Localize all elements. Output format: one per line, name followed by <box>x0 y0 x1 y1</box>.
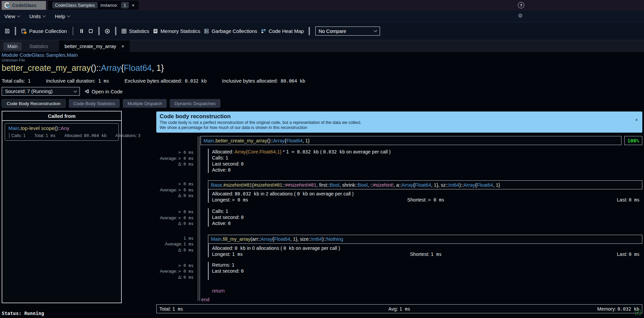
subtab-code-body-reconstruction[interactable]: Code Body Reconstruction <box>2 99 66 108</box>
code-body-panel: Code body reconstruction The code body i… <box>156 111 642 313</box>
open-in-code-button[interactable]: Open in Code <box>84 89 123 94</box>
breadcrumb[interactable]: Module CodeGlass Samples.Main <box>2 52 642 58</box>
active-line: Active: 0 <box>209 167 642 173</box>
function-header-section: Module CodeGlass Samples.Main Unknown Fi… <box>2 52 642 108</box>
menu-view[interactable]: View <box>4 13 20 19</box>
page-title: better_create_my_array()::Array{Float64,… <box>2 63 642 73</box>
function-header-row: Main.better_create_my_array()::Array{Flo… <box>156 136 642 145</box>
chevron-down-icon <box>67 14 70 17</box>
last-label: Last: 0 ms <box>497 197 642 203</box>
function-signature-box[interactable]: Main.better_create_my_array()::Array{Flo… <box>201 136 622 145</box>
status-ok-icon[interactable]: ✓ <box>635 310 641 315</box>
caller-signature: Main.top-level scope()::Any <box>8 125 116 131</box>
last-second-line: Last second: 0 <box>209 268 642 274</box>
banner-line-1: The code body is not a perfect reconstru… <box>160 120 639 125</box>
subtab-dynamic-dispatches[interactable]: Dynamic Dispatches <box>170 99 220 108</box>
footer-avg: Avg: 1 ms <box>319 306 479 312</box>
banner-close-icon[interactable]: × <box>635 117 638 123</box>
last-label: Last: 0 ms <box>497 251 642 257</box>
help-icon[interactable]: ? <box>518 2 524 8</box>
subtab-code-body-statistics[interactable]: Code Body Statistics <box>69 99 120 108</box>
memory-statistics-button[interactable]: Memory Statistics <box>151 27 202 35</box>
last-second-line: Last second: 0 <box>209 214 642 220</box>
title-bar: CodeGlass CodeGlass Samples instance: 1 … <box>0 0 644 10</box>
alloc-line: Allocated: Array{Core.Float64,1} * 1 = 0… <box>209 149 642 155</box>
pause-collection-button[interactable]: Pause Collection <box>19 27 69 36</box>
footer-total: Total: 1 ms <box>159 306 319 312</box>
timing-summary-row: Longest: 1 ms Shortest: 1 ms Last: 0 ms <box>209 251 642 257</box>
sizehint-signature-box[interactable]: Base.#sizehint!#81(#sizehint!#81::##size… <box>208 180 642 189</box>
longest-label: Longest: 1 ms <box>212 251 355 257</box>
garbage-collections-icon <box>204 28 209 34</box>
coverage-percent-badge: 100% <box>624 136 642 145</box>
chevron-down-icon <box>43 14 46 17</box>
tab-statistics[interactable]: Statistics <box>29 44 48 49</box>
sizehint-call-block: > 0 ms Average: > 0 ms Δ: 0 ms Base.#siz… <box>156 180 642 203</box>
app-logo: CodeGlass <box>2 1 46 10</box>
code-heat-map-button[interactable]: Code Heat Map <box>259 27 306 35</box>
caller-allocations: Allocations: 3 <box>115 133 141 138</box>
pause-button[interactable] <box>77 27 86 35</box>
tab-main[interactable]: Main <box>3 42 21 50</box>
timing-gutter: > 0 ms Average: > 0 ms Δ: 0 ms <box>156 149 198 173</box>
caller-calls: Calls: 1 <box>11 133 25 138</box>
app-name: CodeGlass <box>12 3 37 8</box>
tab-close-icon[interactable]: × <box>121 44 124 49</box>
gear-icon[interactable]: ⚙ <box>518 13 523 18</box>
compare-select[interactable]: No Compare <box>315 27 380 36</box>
caller-allocated: Allocated: 80.064 kb <box>64 133 107 138</box>
instance-number: 1 <box>121 2 129 8</box>
toolbar-separator-thin <box>73 27 73 35</box>
source-file-label: Unknown File <box>2 58 642 62</box>
codeglass-logo-icon <box>4 2 10 8</box>
toolbar-separator <box>309 27 310 35</box>
menu-units[interactable]: Units <box>29 13 45 19</box>
instance-tab-name: CodeGlass Samples <box>52 2 98 8</box>
function-scope-line <box>198 136 200 301</box>
code-heat-map-icon <box>261 28 266 34</box>
record-button[interactable] <box>103 27 112 36</box>
call-stats-block: > 0 ms Average: > 0 ms Δ: 0 ms Calls: 1 … <box>156 208 642 227</box>
caller-entry[interactable]: Main.top-level scope()::Any Calls: 1 Tot… <box>5 123 119 141</box>
code-footer-totals: Total: 1 ms Avg: 1 ms Memory: 0.032 kb <box>156 304 642 313</box>
info-banner: Code body reconstruction The code body i… <box>156 111 642 133</box>
last-second-line: Last second: 0 <box>209 161 642 167</box>
instance-tab[interactable]: CodeGlass Samples instance: 1 × <box>48 1 139 10</box>
save-button[interactable] <box>3 27 12 35</box>
memory-statistics-icon <box>153 28 158 34</box>
timing-gutter: > 0 ms Average: > 0 ms Δ: 0 ms <box>156 208 198 227</box>
status-label: Status: Running <box>2 311 44 316</box>
toolbar-separator <box>98 27 100 35</box>
instance-label: instance: <box>101 3 118 8</box>
tab-better-create-my-array[interactable]: better_create_my_array × <box>59 40 129 52</box>
chevron-down-icon <box>374 29 377 32</box>
banner-line-2: We show a percentage for how much of our… <box>160 125 639 130</box>
menu-bar: View Units Help ⚙ <box>0 10 644 22</box>
menu-help[interactable]: Help <box>55 13 70 19</box>
statistics-button[interactable]: Statistics <box>119 27 151 35</box>
fill-my-array-signature-box[interactable]: Main.fill_my_array(arr::Array{Float64, 1… <box>208 235 642 244</box>
record-icon <box>104 28 110 34</box>
alloc-line: Allocated: 0 kb in 0 allocations ( 0 kb … <box>209 245 642 251</box>
garbage-collections-button[interactable]: Garbage Collections <box>202 27 259 35</box>
alloc-line: Allocated: 80.032 kb in 2 allocations ( … <box>209 191 642 197</box>
stop-button[interactable] <box>86 27 95 35</box>
stat-exclusive-bytes: Exclusive bytes allocated:0.032 kb <box>124 78 207 84</box>
timing-gutter: > 0 ms Average: > 0 ms Δ: 0 ms <box>156 262 198 280</box>
instance-tab-close-icon[interactable]: × <box>132 3 135 8</box>
shortest-label: Shortest: > 0 ms <box>355 197 497 203</box>
stat-inclusive-bytes: Inclusive bytes allocated:80.064 kb <box>222 78 305 84</box>
pause-icon <box>79 28 85 34</box>
caller-total: Total: 1 ms <box>34 133 55 138</box>
code-reconstruction: Main.better_create_my_array()::Array{Flo… <box>156 136 642 303</box>
subtab-multiple-dispatch[interactable]: Multiple Dispatch <box>123 99 167 108</box>
view-subtabs: Code Body Reconstruction Code Body Stati… <box>2 99 642 108</box>
calls-line: Calls: 1 <box>209 208 642 214</box>
summary-stats-row: Total calls:1 Inclusive call duration:1 … <box>2 78 642 84</box>
statistics-icon <box>121 28 127 34</box>
chevron-down-icon <box>17 14 20 17</box>
document-tab-bar: Main Statistics better_create_my_array × <box>0 40 644 52</box>
stop-icon <box>88 28 94 34</box>
source-id-select[interactable]: SourceId: 7 (Running) <box>2 87 80 96</box>
open-in-code-icon <box>84 89 90 94</box>
